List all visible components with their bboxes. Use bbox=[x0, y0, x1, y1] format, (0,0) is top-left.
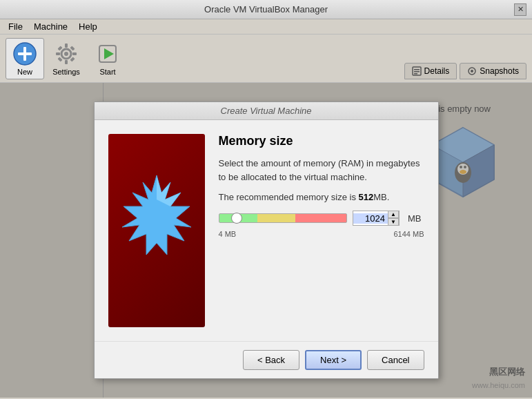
main-area: list is empty now PEDIA www.heiqu.com 黑区… bbox=[0, 83, 532, 398]
svg-rect-16 bbox=[414, 69, 420, 70]
memory-value-input[interactable]: 1024 bbox=[353, 213, 388, 224]
settings-icon bbox=[54, 41, 79, 66]
memory-unit-label: MB bbox=[405, 213, 424, 224]
dialog-illustration bbox=[115, 162, 198, 300]
dialog-image-panel bbox=[108, 134, 205, 327]
new-icon bbox=[12, 41, 37, 66]
menu-bar: File Machine Help bbox=[0, 19, 532, 35]
spinbox-down-button[interactable]: ▼ bbox=[388, 218, 399, 226]
svg-marker-14 bbox=[104, 48, 114, 59]
toolbar: New Settings bbox=[0, 35, 532, 83]
memory-slider-thumb[interactable] bbox=[231, 213, 242, 224]
svg-rect-17 bbox=[414, 71, 420, 72]
settings-label: Settings bbox=[52, 68, 80, 76]
title-bar: Oracle VM VirtualBox Manager ✕ bbox=[0, 0, 532, 19]
slider-max-label: 6144 MB bbox=[393, 230, 424, 238]
start-button[interactable]: Start bbox=[88, 38, 127, 79]
memory-slider-track[interactable] bbox=[219, 213, 348, 223]
slider-row: 1024 ▲ ▼ MB bbox=[219, 211, 424, 226]
svg-rect-10 bbox=[70, 46, 75, 50]
dialog-title-bar: Create Virtual Machine bbox=[95, 102, 438, 120]
spinbox-up-button[interactable]: ▲ bbox=[388, 211, 399, 218]
snapshots-tab[interactable]: Snapshots bbox=[460, 63, 526, 79]
rec-text: The recommended memory size is bbox=[219, 192, 359, 202]
rec-unit: MB. bbox=[373, 192, 389, 202]
dialog-footer: < Back Next > Cancel bbox=[95, 341, 438, 378]
dialog-title: Create Virtual Machine bbox=[221, 106, 312, 116]
svg-rect-5 bbox=[65, 43, 68, 48]
create-vm-dialog: Create Virtual Machine M bbox=[94, 101, 439, 379]
svg-rect-2 bbox=[18, 52, 32, 55]
dialog-body: Memory size Select the amount of memory … bbox=[95, 120, 438, 341]
start-icon bbox=[95, 41, 120, 66]
dialog-description: Select the amount of memory (RAM) in meg… bbox=[219, 157, 424, 184]
svg-rect-18 bbox=[414, 73, 417, 75]
details-icon bbox=[412, 66, 422, 76]
svg-point-4 bbox=[64, 52, 68, 56]
snapshots-icon bbox=[467, 66, 477, 76]
start-label: Start bbox=[99, 68, 115, 76]
dialog-overlay: Create Virtual Machine M bbox=[0, 83, 532, 398]
dialog-content: Memory size Select the amount of memory … bbox=[219, 134, 424, 327]
spinbox-buttons: ▲ ▼ bbox=[388, 211, 399, 226]
svg-rect-6 bbox=[65, 60, 68, 64]
svg-rect-8 bbox=[72, 52, 77, 55]
dialog-recommendation: The recommended memory size is 512MB. bbox=[219, 192, 424, 202]
svg-rect-11 bbox=[57, 57, 62, 61]
details-tab-label: Details bbox=[424, 66, 450, 76]
back-button[interactable]: < Back bbox=[243, 350, 299, 370]
menu-machine[interactable]: Machine bbox=[28, 20, 73, 33]
svg-rect-9 bbox=[57, 46, 62, 50]
svg-rect-12 bbox=[70, 57, 75, 61]
menu-file[interactable]: File bbox=[3, 20, 28, 33]
new-button[interactable]: New bbox=[6, 38, 44, 79]
settings-button[interactable]: Settings bbox=[47, 38, 86, 79]
menu-help[interactable]: Help bbox=[73, 20, 103, 33]
cancel-button[interactable]: Cancel bbox=[367, 350, 424, 370]
slider-labels: 4 MB 6144 MB bbox=[219, 230, 424, 238]
dialog-heading: Memory size bbox=[219, 134, 424, 148]
slider-min-label: 4 MB bbox=[219, 230, 237, 238]
svg-rect-7 bbox=[56, 52, 60, 55]
new-label: New bbox=[17, 68, 32, 76]
next-button[interactable]: Next > bbox=[305, 350, 362, 370]
svg-point-20 bbox=[471, 70, 473, 72]
rec-value: 512 bbox=[359, 192, 374, 202]
close-button[interactable]: ✕ bbox=[514, 3, 526, 16]
memory-slider-area: 1024 ▲ ▼ MB 4 MB 6144 MB bbox=[219, 211, 424, 238]
snapshots-tab-label: Snapshots bbox=[480, 66, 519, 76]
details-tab[interactable]: Details bbox=[404, 63, 457, 79]
window-title: Oracle VM VirtualBox Manager bbox=[204, 4, 328, 14]
memory-spinbox[interactable]: 1024 ▲ ▼ bbox=[353, 211, 400, 226]
